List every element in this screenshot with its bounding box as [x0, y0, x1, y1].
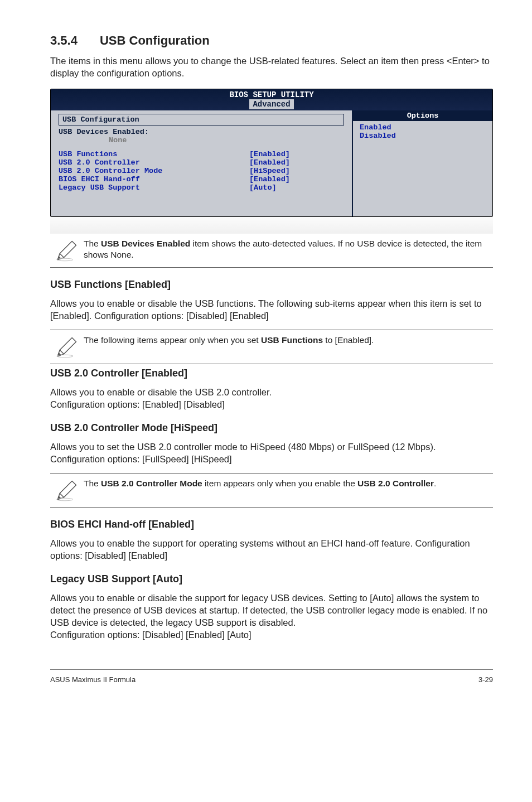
bios-row-label: USB Functions: [59, 150, 117, 158]
note-text-span: The: [84, 479, 101, 488]
footer-left: ASUS Maximus II Formula: [50, 675, 136, 684]
bios-left-panel: USB Configuration USB Devices Enabled: N…: [51, 110, 353, 216]
bios-row-value: [HiSpeed]: [249, 167, 344, 175]
bios-row-value: [Auto]: [249, 183, 344, 192]
subsection-heading: USB 2.0 Controller [Enabled]: [50, 368, 493, 379]
note-box: The USB Devices Enabled item shows the a…: [50, 234, 493, 268]
note-box: The following items appear only when you…: [50, 330, 493, 364]
bios-titlebar: BIOS SETUP UTILITY Advanced: [51, 89, 492, 110]
bios-right-panel: Options Enabled Disabled: [353, 110, 492, 216]
bios-devices-label: USB Devices Enabled:: [59, 128, 149, 136]
bios-title: BIOS SETUP UTILITY: [229, 90, 313, 99]
bios-screenshot: BIOS SETUP UTILITY Advanced USB Configur…: [50, 89, 493, 217]
subsection-heading: USB 2.0 Controller Mode [HiSpeed]: [50, 422, 493, 434]
bios-option: Disabled: [360, 132, 486, 140]
svg-point-1: [57, 355, 73, 357]
subsection-body: Allows you to enable or disable the USB …: [50, 297, 493, 322]
note-text-bold: USB 2.0 Controller Mode: [101, 479, 202, 488]
subsection-heading: BIOS EHCI Hand-off [Enabled]: [50, 519, 493, 530]
note-text-span: .: [434, 479, 436, 488]
subsection-heading: Legacy USB Support [Auto]: [50, 573, 493, 585]
section-heading: 3.5.4USB Configuration: [50, 33, 493, 48]
pencil-icon: [50, 478, 84, 503]
note-text-bold: USB Functions: [261, 335, 323, 345]
bios-row-label: BIOS EHCI Hand-off: [59, 175, 140, 183]
bios-row-value: [Enabled]: [249, 150, 344, 158]
note-text-span: item appears only when you enable the: [202, 479, 357, 488]
subsection-body: Allows you to set the USB 2.0 controller…: [50, 441, 493, 466]
subsection-heading: USB Functions [Enabled]: [50, 279, 493, 291]
bios-devices-value: None: [109, 136, 127, 144]
svg-point-2: [57, 498, 73, 501]
bios-row-value: [Enabled]: [249, 158, 344, 167]
bios-options-header: Options: [353, 110, 492, 121]
intro-paragraph: The items in this menu allows you to cha…: [50, 55, 493, 80]
bios-tab-advanced: Advanced: [249, 99, 293, 109]
subsection-body: Allows you to enable or disable the supp…: [50, 592, 493, 641]
note-text: The USB 2.0 Controller Mode item appears…: [84, 478, 436, 490]
pencil-icon: [50, 335, 84, 359]
pencil-icon: [50, 238, 84, 263]
section-number: 3.5.4: [50, 33, 78, 48]
section-title: USB Configuration: [100, 33, 210, 48]
bios-row-label: USB 2.0 Controller: [59, 158, 140, 167]
note-text-span: to [Enabled].: [323, 335, 374, 345]
footer-right: 3-29: [478, 675, 493, 684]
bios-option: Enabled: [360, 123, 486, 132]
bios-row-label: Legacy USB Support: [59, 183, 140, 192]
bios-row-value: [Enabled]: [249, 175, 344, 183]
note-box: The USB 2.0 Controller Mode item appears…: [50, 473, 493, 508]
page-footer: ASUS Maximus II Formula 3-29: [50, 669, 493, 684]
note-text: The following items appear only when you…: [84, 335, 374, 346]
subsection-body: Allows you to enable the support for ope…: [50, 537, 493, 562]
svg-point-0: [57, 258, 73, 261]
note-text: The USB Devices Enabled item shows the a…: [84, 238, 493, 262]
bios-left-header: USB Configuration: [59, 114, 344, 125]
note-text-bold: USB 2.0 Controller: [357, 479, 434, 488]
subsection-body: Allows you to enable or disable the USB …: [50, 386, 493, 411]
bios-row-label: USB 2.0 Controller Mode: [59, 167, 162, 175]
note-text-bold: USB Devices Enabled: [101, 239, 190, 248]
note-text-span: The following items appear only when you…: [84, 335, 261, 345]
note-text-span: The: [84, 239, 101, 248]
